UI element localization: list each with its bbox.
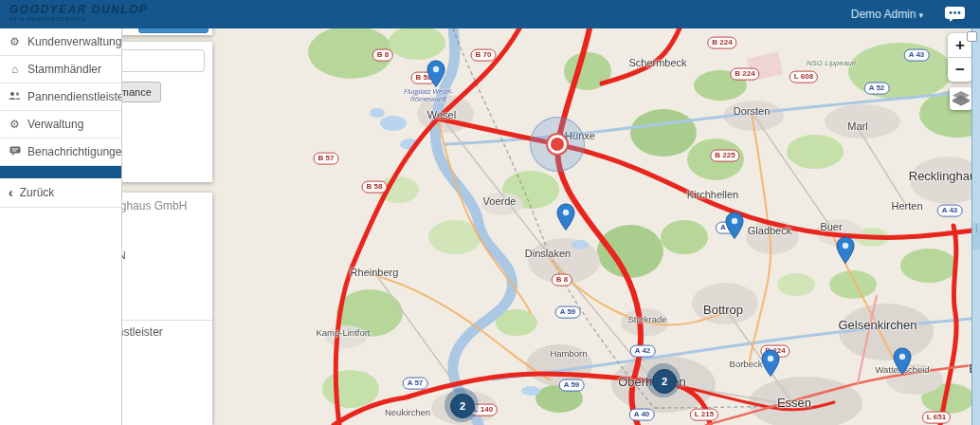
users-icon (9, 90, 21, 103)
map-label-neukirchen: Neukirchen (385, 407, 430, 417)
sidebar-item-label: Benachrichtigungen (27, 145, 121, 158)
map-label-schermbeck: Schermbeck (628, 57, 686, 68)
brand-logo-line2: 24-h-PANNENSERVICE (9, 17, 149, 23)
map-label-dinslaken: Dinslaken (525, 248, 571, 259)
map-label-bottrop: Bottrop (703, 303, 743, 317)
sidebar-item-label: Pannendienstleister (27, 90, 121, 103)
road-shield-b-70: B 70 (471, 49, 497, 62)
road-shield-l-215: L 215 (690, 409, 718, 421)
map-label-wesel: Wesel (427, 109, 456, 120)
map-label-kamp-lintfort: Kamp-Lintfort (316, 327, 370, 338)
brand-logo: GOODYEAR DUNLOP 24-h-PANNENSERVICE (9, 4, 149, 23)
strip-drag-handle[interactable]: ⋮ (972, 223, 980, 249)
road-shield-b-225: B 225 (710, 150, 739, 162)
map-label-voerde: Voerde (483, 195, 517, 207)
sidebar-item-pannendienstleister[interactable]: Pannendienstleister (0, 83, 121, 111)
road-shield-l-608: L 608 (789, 71, 818, 83)
map-cluster-marker[interactable]: 2 (646, 363, 681, 397)
map-side-strip[interactable]: ⋮ (971, 28, 980, 425)
sidebar-item-label: Kundenverwaltung (27, 35, 121, 48)
map-label-marl: Marl (847, 120, 867, 132)
map-label-recklinghausen: Recklinghausen (909, 169, 980, 183)
sidebar-item-stammhaendler[interactable]: ⌂ Stammhändler (0, 56, 121, 83)
road-shield-b-8: B 8 (372, 49, 393, 62)
sidebar-item-label: Stammhändler (27, 63, 101, 76)
gear-icon: ⚙ (9, 35, 21, 48)
road-shield-a-59: A 59 (555, 306, 581, 319)
map-label-borbeck: Borbeck (730, 359, 763, 369)
road-shield-a-59: A 59 (559, 379, 585, 392)
map-pin-marker[interactable] (556, 203, 575, 231)
map-pin-marker[interactable] (836, 236, 855, 265)
back-label: Zurück (20, 186, 55, 199)
map-label-gelsenkirchen: Gelsenkirchen (838, 318, 916, 332)
map-label-gladbeck: Gladbeck (748, 225, 791, 236)
map-label-buer: Buer (820, 221, 842, 232)
map-label-sterkrade: Sterkrade (627, 314, 666, 324)
map-label-h-nxe: Hünxe (565, 130, 595, 141)
road-shield-b-58: B 58 (362, 181, 388, 194)
sidebar-item-kundenverwaltung[interactable]: ⚙ Kundenverwaltung (0, 28, 121, 56)
cluster-count: 2 (652, 369, 677, 394)
map-cluster-marker[interactable]: 2 (445, 388, 479, 422)
map-label-nsg-lippeaue: NSG Lippeaue (807, 59, 856, 67)
map-label-herten: Herten (891, 200, 922, 212)
map-pin-marker[interactable] (725, 212, 744, 240)
zoom-out-button[interactable]: − (948, 58, 972, 82)
sidebar-nav: ⚙ Kundenverwaltung ⌂ Stammhändler Pannen… (0, 28, 122, 425)
chevron-down-icon: ▾ (918, 10, 923, 20)
comment-icon (9, 145, 21, 158)
road-shield-a-43: A 43 (904, 49, 930, 62)
map-label-hamborn: Hamborn (550, 348, 587, 359)
gear-icon: ⚙ (9, 118, 21, 131)
user-menu-label: Demo Admin (851, 8, 916, 21)
chat-button[interactable] (944, 6, 967, 23)
sidebar-back-button[interactable]: ‹ Zurück (0, 178, 121, 208)
road-shield-a-40: A 40 (629, 409, 655, 421)
map-pin-marker[interactable] (426, 60, 445, 88)
map-label-essen: Essen (777, 396, 811, 410)
route-point-marker[interactable] (548, 135, 567, 154)
chevron-left-icon: ‹ (9, 188, 13, 197)
strip-top-box[interactable] (967, 31, 977, 42)
road-shield-b-57: B 57 (314, 153, 339, 165)
chat-bubble-icon (944, 6, 967, 23)
home-icon: ⌂ (9, 63, 21, 76)
road-shield-a-57: A 57 (403, 378, 428, 390)
road-shield-b-8: B 8 (552, 274, 572, 286)
cluster-count: 2 (450, 394, 475, 418)
road-shield-l-651: L 651 (922, 412, 951, 424)
map-pin-marker[interactable] (761, 349, 780, 378)
map-label-rheinberg: Rheinberg (351, 267, 399, 278)
top-header-bar: GOODYEAR DUNLOP 24-h-PANNENSERVICE Demo … (0, 0, 980, 28)
brand-logo-line1: GOODYEAR DUNLOP (9, 4, 149, 15)
layers-icon (953, 91, 970, 106)
map-label-flugplatz-wesel-r-merwardt: Flugplatz Wesel-Römerwardt (400, 88, 457, 102)
sidebar-item-benachrichtigungen[interactable]: Benachrichtigungen (0, 139, 121, 166)
road-shield-a-42: A 42 (630, 345, 656, 358)
map-label-kirchhellen: Kirchhellen (687, 189, 738, 200)
map-label-dorsten: Dorsten (734, 105, 771, 117)
map-canvas[interactable]: WeselVoerdeHünxeSchermbeckDorstenMarlNSG… (121, 28, 980, 425)
user-menu[interactable]: Demo Admin▾ (851, 8, 923, 21)
road-shield-a-43: A 43 (937, 205, 963, 217)
sidebar-item-label: Verwaltung (27, 118, 83, 131)
road-shield-b-224: B 224 (730, 68, 759, 81)
map-pin-marker[interactable] (893, 347, 912, 376)
road-shield-a-52: A 52 (864, 83, 890, 95)
sidebar-divider-bar (0, 166, 121, 178)
sidebar-item-verwaltung[interactable]: ⚙ Verwaltung (0, 111, 121, 139)
road-shield-b-224: B 224 (707, 37, 736, 49)
layers-button[interactable] (950, 87, 972, 110)
map-markers-layer: WeselVoerdeHünxeSchermbeckDorstenMarlNSG… (121, 28, 980, 425)
